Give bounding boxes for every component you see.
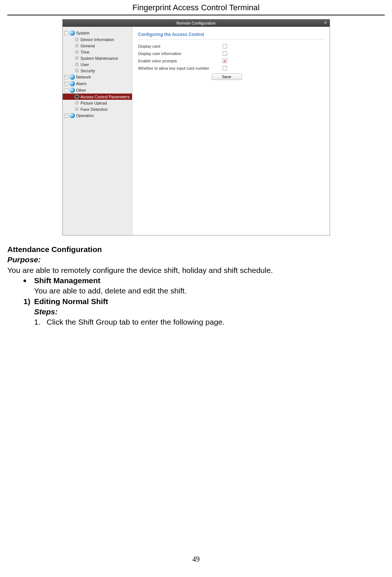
form-label: Display card bbox=[138, 44, 223, 48]
save-button[interactable]: Save bbox=[212, 73, 242, 80]
row-enable-voice: Enable voice prompts ✔ bbox=[138, 59, 324, 63]
expand-icon[interactable]: + bbox=[64, 82, 68, 86]
tree-node-general[interactable]: General bbox=[63, 43, 132, 49]
tree-node-security[interactable]: Security bbox=[63, 67, 132, 74]
step-number-1: 1. bbox=[34, 317, 47, 327]
tree-label: General bbox=[81, 44, 95, 48]
tree-label: User bbox=[81, 62, 89, 67]
svg-point-11 bbox=[76, 70, 77, 71]
globe-icon bbox=[70, 88, 75, 93]
window-title: Remote Configuration bbox=[176, 21, 216, 25]
globe-icon bbox=[70, 113, 75, 118]
tree-label: Device Information bbox=[81, 37, 114, 42]
tree-node-other[interactable]: − Other bbox=[63, 87, 132, 94]
svg-point-15 bbox=[76, 109, 77, 110]
row-display-card: Display card bbox=[138, 44, 324, 48]
bullet-shift-management: Shift Management bbox=[34, 275, 100, 286]
config-tree: − System Device Information General Time bbox=[63, 27, 132, 235]
svg-point-3 bbox=[76, 45, 77, 46]
svg-point-1 bbox=[76, 39, 77, 40]
checkbox-enable-voice[interactable]: ✔ bbox=[223, 59, 227, 63]
config-panel: Configuring the Access Control Display c… bbox=[132, 27, 330, 235]
row-display-user-info: Display user information bbox=[138, 51, 324, 56]
gear-icon bbox=[74, 50, 79, 54]
tree-node-access-control-params[interactable]: Access Control Parameters bbox=[63, 94, 132, 100]
heading-attendance-config: Attendance Configuration bbox=[7, 244, 385, 255]
tree-label: Security bbox=[81, 69, 95, 73]
tree-label: Alarm bbox=[76, 81, 87, 86]
purpose-label: Purpose: bbox=[7, 255, 385, 265]
purpose-body: You are able to remotely configure the d… bbox=[7, 265, 385, 275]
tree-node-picture-upload[interactable]: Picture Upload bbox=[63, 100, 132, 106]
form-label: Display user information bbox=[138, 51, 223, 56]
svg-point-7 bbox=[76, 58, 77, 59]
globe-icon bbox=[70, 81, 75, 86]
steps-label: Steps: bbox=[34, 307, 385, 317]
document-body: Attendance Configuration Purpose: You ar… bbox=[7, 244, 385, 328]
svg-point-5 bbox=[76, 51, 77, 52]
heading-editing-normal-shift: Editing Normal Shift bbox=[34, 296, 108, 307]
tree-label: Face Detection bbox=[81, 107, 108, 112]
gear-icon bbox=[74, 94, 79, 99]
tree-node-user[interactable]: User bbox=[63, 61, 132, 67]
close-icon[interactable]: × bbox=[323, 20, 328, 25]
doc-header: Fingerprint Access Control Terminal bbox=[7, 0, 385, 15]
tree-label: Picture Upload bbox=[81, 101, 107, 105]
gear-icon bbox=[74, 68, 79, 73]
collapse-icon[interactable]: − bbox=[64, 88, 68, 92]
window-titlebar: Remote Configuration × bbox=[63, 19, 330, 27]
gear-icon bbox=[74, 62, 79, 67]
svg-point-13 bbox=[76, 102, 77, 103]
expand-icon[interactable]: + bbox=[64, 75, 68, 79]
tree-label: Network bbox=[76, 75, 91, 79]
tree-label: Operation bbox=[76, 113, 94, 118]
tree-node-device-info[interactable]: Device Information bbox=[63, 36, 132, 43]
checkbox-display-user-info[interactable] bbox=[223, 51, 227, 56]
page-number: 49 bbox=[7, 555, 385, 563]
form-label: Whether to allow key input card number bbox=[138, 66, 223, 70]
expand-icon[interactable]: + bbox=[64, 114, 68, 118]
globe-icon bbox=[70, 74, 75, 80]
row-key-input-card: Whether to allow key input card number bbox=[138, 66, 324, 70]
collapse-icon[interactable]: − bbox=[64, 31, 68, 35]
checkbox-display-card[interactable] bbox=[223, 44, 227, 48]
tree-node-time[interactable]: Time bbox=[63, 49, 132, 55]
tree-label: Time bbox=[81, 50, 89, 54]
gear-icon bbox=[74, 107, 79, 112]
checkbox-key-input-card[interactable] bbox=[223, 66, 227, 70]
tree-node-system[interactable]: − System bbox=[63, 30, 132, 36]
tree-label: System Maintenance bbox=[81, 56, 118, 61]
remote-config-window: Remote Configuration × − System Device I… bbox=[62, 19, 330, 235]
shift-mgmt-body: You are able to add, delete and edit the… bbox=[34, 286, 385, 296]
panel-heading: Configuring the Access Control bbox=[138, 30, 324, 40]
gear-icon bbox=[74, 101, 79, 105]
tree-label: System bbox=[76, 31, 90, 35]
tree-node-network[interactable]: + Network bbox=[63, 74, 132, 80]
tree-label: Access Control Parameters bbox=[81, 95, 130, 99]
list-number-1: 1) bbox=[23, 296, 34, 307]
globe-icon bbox=[70, 30, 75, 36]
tree-node-operation[interactable]: + Operation bbox=[63, 112, 132, 119]
form-label: Enable voice prompts bbox=[138, 59, 223, 63]
gear-icon bbox=[74, 56, 79, 61]
gear-icon bbox=[74, 37, 79, 42]
bullet-icon bbox=[23, 280, 26, 282]
step-1-body: Click the Shift Group tab to enter the f… bbox=[47, 317, 225, 327]
tree-node-alarm[interactable]: + Alarm bbox=[63, 80, 132, 87]
gear-icon bbox=[74, 43, 79, 48]
tree-node-face-detection[interactable]: Face Detection bbox=[63, 106, 132, 112]
tree-node-system-maint[interactable]: System Maintenance bbox=[63, 55, 132, 61]
svg-point-9 bbox=[76, 64, 77, 65]
tree-label: Other bbox=[76, 88, 87, 92]
